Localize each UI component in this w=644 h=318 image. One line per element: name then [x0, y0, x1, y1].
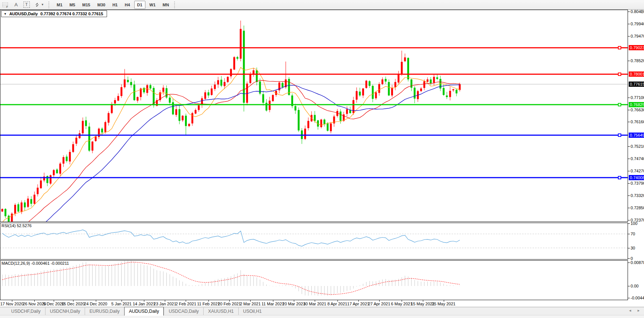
tab-usoil-h1[interactable]: USOil,H1 — [238, 308, 266, 315]
timeframe-button-mn[interactable]: MN — [160, 1, 172, 9]
tabs-scroll-right-button[interactable]: ► — [637, 309, 640, 312]
rsi-axis-label: 30 — [631, 246, 635, 251]
price-line-badge: 0.78001 — [629, 71, 644, 77]
price-axis-tick — [628, 146, 630, 147]
macd-histogram — [2, 260, 460, 296]
timeframe-button-m15[interactable]: M15 — [79, 1, 93, 9]
toolbar: F A T ▼ M1M5M15M30H1H4D1W1MN — [0, 0, 644, 10]
timeframe-button-d1[interactable]: D1 — [134, 1, 145, 9]
ma-20-line — [2, 80, 460, 222]
text-label-icon: A — [15, 2, 18, 7]
candles-layer — [1, 20, 461, 222]
arrows-tool-button[interactable]: ▼ — [32, 0, 46, 9]
rsi-panel[interactable]: RSI(14) 52.5276 — [0, 223, 644, 260]
timeframe-group: M1M5M15M30H1H4D1W1MN — [54, 1, 172, 9]
rsi-canvas[interactable] — [0, 223, 628, 260]
price-axis-tick — [628, 24, 630, 24]
price-axis-label: 0.76630 — [631, 108, 644, 112]
line-handle — [618, 104, 621, 106]
tab-usdcad-daily[interactable]: USDCAD,Daily — [164, 308, 203, 315]
date-axis-label: 25 May 2021 — [430, 302, 458, 306]
price-axis-tick — [628, 61, 630, 61]
chart-symbol-title: AUDUSD,Daily — [9, 12, 38, 16]
arrows-icon — [34, 2, 40, 7]
tab-eurusd-daily[interactable]: EURUSD,Daily — [85, 308, 124, 315]
price-axis-label: 0.73790 — [631, 181, 644, 186]
rsi-line — [2, 230, 460, 246]
text-label-tool-button[interactable]: A — [11, 0, 21, 9]
rsi-axis-tick — [628, 258, 630, 259]
price-axis-label: 0.75210 — [631, 144, 644, 149]
date-axis[interactable]: 17 Nov 202026 Nov 20205 Dec 202015 Dec 2… — [0, 300, 644, 307]
chart-scroll-marker-icon[interactable] — [640, 10, 643, 14]
line-handle — [618, 134, 621, 136]
price-axis-label: 0.74270 — [631, 169, 644, 174]
rsi-axis-tick — [628, 248, 630, 248]
price-axis-tick — [628, 220, 630, 220]
status-strip — [0, 315, 644, 318]
macd-canvas[interactable] — [0, 260, 628, 300]
price-line-badge: 0.75649 — [629, 133, 644, 138]
date-axis-label: 24 Dec 2020 — [82, 302, 110, 306]
tab-audusd-daily[interactable]: AUDUSD,Daily — [124, 307, 164, 316]
mt4-window: F A T ▼ M1M5M15M30H1H4D1W1MN — [0, 0, 644, 318]
macd-axis-label: 0.008782 — [631, 260, 644, 265]
price-chart-canvas[interactable] — [0, 10, 628, 222]
price-axis-tick — [628, 159, 630, 159]
timeframe-button-h4[interactable]: H4 — [122, 1, 133, 9]
price-axis-label: 0.77100 — [631, 95, 644, 100]
timeframe-button-w1[interactable]: W1 — [147, 1, 159, 9]
rsi-label: RSI(14) 52.5276 — [1, 223, 32, 228]
arrows-dropdown-caret-icon[interactable]: ▼ — [41, 3, 44, 6]
text-box-tool-button[interactable]: T — [22, 0, 31, 9]
price-axis-label: 0.78520 — [631, 58, 644, 63]
svg-text:F: F — [6, 6, 8, 8]
macd-axis-tick — [628, 263, 630, 263]
rsi-axis-label: 100 — [631, 221, 637, 226]
line-handle — [618, 73, 621, 76]
current-price-badge: 0.77615 — [629, 82, 644, 87]
macd-axis-label: 0.00 — [631, 284, 638, 289]
chart-title-box[interactable]: ▼ AUDUSD,Daily 0.77392 0.77674 0.77332 0… — [1, 10, 107, 17]
price-axis-tick — [628, 122, 630, 122]
price-axis-label: 0.73320 — [631, 193, 644, 198]
tab-xauusd-h1[interactable]: XAUUSD,H1 — [203, 308, 238, 315]
price-axis-tick — [628, 195, 630, 196]
timeframe-button-m1[interactable]: M1 — [54, 1, 65, 9]
ma-8-line — [2, 67, 460, 222]
chart-ohlc-values: 0.77392 0.77674 0.77332 0.77615 — [40, 12, 103, 16]
rsi-axis-label: 70 — [631, 232, 635, 236]
timeframe-button-h1[interactable]: H1 — [109, 1, 120, 9]
price-axis-label: 0.79470 — [631, 34, 644, 39]
tab-usdcnh-daily[interactable]: USDCNH,Daily — [45, 308, 85, 315]
macd-panel[interactable]: MACD(12,26,9) -0.000461 -0.000211 — [0, 260, 644, 300]
price-axis-tick — [628, 98, 630, 98]
timeframe-button-m5[interactable]: M5 — [66, 1, 78, 9]
chart-tabs: USDCHF,DailyUSDCNH,DailyEURUSD,DailyAUDU… — [0, 307, 266, 315]
timeframe-button-m30[interactable]: M30 — [94, 1, 108, 9]
price-axis-label: 0.79940 — [631, 22, 644, 26]
text-box-icon: T — [23, 1, 30, 8]
line-handle — [618, 177, 621, 179]
macd-axis-tick — [628, 286, 630, 286]
price-line-badge: 0.79023 — [629, 45, 644, 50]
chart-dropdown-icon[interactable]: ▼ — [4, 12, 7, 16]
macd-label: MACD(12,26,9) -0.000461 -0.000211 — [1, 261, 69, 265]
rsi-axis-tick — [628, 223, 630, 224]
macd-axis-tick — [628, 298, 630, 298]
price-axis-label: 0.76160 — [631, 120, 644, 124]
price-axis-tick — [628, 171, 630, 171]
tab-usdchf-daily[interactable]: USDCHF,Daily — [7, 308, 45, 315]
main-chart-panel[interactable]: ▼ AUDUSD,Daily 0.77392 0.77674 0.77332 0… — [0, 10, 644, 222]
rsi-axis-tick — [628, 234, 630, 234]
price-axis-tick — [628, 36, 630, 36]
toolbar-separator — [48, 1, 51, 8]
fibo-grid-icon: F — [2, 2, 9, 8]
tabs-scroll-left-button[interactable]: ◄ — [628, 309, 632, 312]
line-handle — [618, 47, 621, 49]
price-axis-tick — [628, 208, 630, 208]
price-line-badge: 0.74008 — [629, 175, 644, 180]
price-axis-label: 0.72850 — [631, 206, 644, 210]
ma-30-line — [2, 85, 460, 222]
fibo-grid-tool-button[interactable]: F — [1, 0, 10, 9]
